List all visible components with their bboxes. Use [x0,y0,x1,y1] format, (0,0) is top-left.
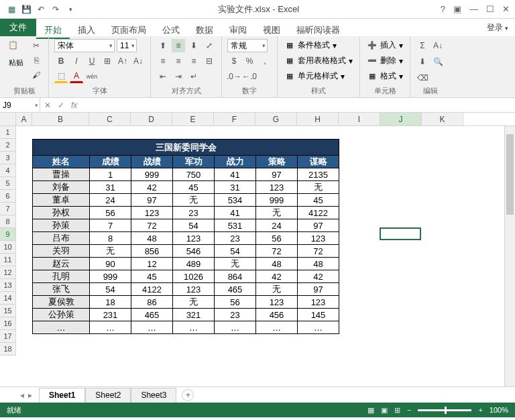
align-center-icon[interactable]: ≡ [172,54,185,68]
row-header-1[interactable]: 1 [0,126,16,139]
table-cell[interactable]: … [90,321,131,334]
copy-icon[interactable]: ⎘ [30,54,43,67]
table-cell[interactable]: 123 [131,207,173,219]
menu-tab-视图[interactable]: 视图 [255,22,288,38]
table-cell[interactable]: 董卓 [33,194,90,207]
help-icon[interactable]: ? [441,4,445,14]
zoom-in-icon[interactable]: + [478,406,482,414]
sort-filter-icon[interactable]: A↓ [431,39,445,52]
row-header-2[interactable]: 2 [0,139,16,152]
table-cell[interactable]: 97 [298,219,339,232]
table-cell[interactable]: 72 [131,219,173,232]
bold-button[interactable]: B [54,54,68,68]
table-cell[interactable]: 4122 [131,283,173,296]
sheet-tab-Sheet1[interactable]: Sheet1 [39,388,85,403]
table-cell[interactable]: 31 [90,181,131,194]
table-cell[interactable]: 48 [298,258,339,270]
table-cell[interactable]: 72 [256,245,298,258]
col-header-A[interactable]: A [16,113,32,125]
merge-icon[interactable]: ⊟ [203,54,216,68]
row-header-8[interactable]: 8 [0,215,16,228]
row-header-10[interactable]: 10 [0,241,16,254]
align-right-icon[interactable]: ≡ [187,54,201,68]
decrease-font-icon[interactable]: A↓ [131,54,145,68]
ribbon-options-icon[interactable]: ▣ [453,4,461,14]
row-header-11[interactable]: 11 [0,254,16,266]
italic-button[interactable]: I [70,54,83,68]
cell-style-button[interactable]: ▦单元格样式 ▾ [283,70,346,83]
table-cell[interactable]: 无 [173,296,215,309]
qat-dropdown-icon[interactable]: ▾ [64,3,76,15]
formula-input[interactable] [84,100,511,110]
save-icon[interactable]: 💾 [20,3,32,15]
table-cell[interactable]: 关羽 [33,245,90,258]
format-painter-icon[interactable]: 🖌 [30,68,43,82]
table-cell[interactable]: 465 [131,309,173,321]
zoom-level[interactable]: 100% [490,406,508,414]
menu-tab-页面布局[interactable]: 页面布局 [103,22,154,38]
phonetic-button[interactable]: wén [85,70,99,83]
menu-tab-插入[interactable]: 插入 [70,22,103,38]
accept-formula-icon[interactable]: ✓ [58,101,64,110]
sheet-nav-prev-icon[interactable]: ◂ [20,390,24,400]
table-cell[interactable]: 54 [90,283,131,296]
table-cell[interactable]: 孙策 [33,219,90,232]
fill-color-button[interactable]: ⬚ [54,70,68,83]
col-header-B[interactable]: B [32,113,89,125]
row-header-3[interactable]: 3 [0,152,16,164]
font-color-button[interactable]: A [70,70,83,83]
table-cell[interactable]: 54 [215,245,256,258]
col-header-F[interactable]: F [214,113,255,125]
col-header-E[interactable]: E [172,113,214,125]
table-cell[interactable]: 孙权 [33,207,90,219]
table-cell[interactable]: 123 [256,296,298,309]
currency-icon[interactable]: $ [227,54,241,68]
table-cell[interactable]: 无 [173,194,215,207]
table-cell[interactable]: 456 [256,309,298,321]
align-bottom-icon[interactable]: ⬇ [187,39,201,52]
table-cell[interactable]: 2135 [298,168,339,181]
row-header-16[interactable]: 16 [0,317,16,330]
vertical-scrollbar[interactable] [504,126,515,386]
table-cell[interactable]: 123 [173,232,215,245]
number-format-select[interactable]: 常规 [227,39,268,52]
table-cell[interactable]: 42 [131,181,173,194]
menu-tab-数据[interactable]: 数据 [188,22,221,38]
align-left-icon[interactable]: ≡ [156,54,170,68]
row-header-15[interactable]: 15 [0,305,16,317]
increase-indent-icon[interactable]: ⇥ [172,70,185,83]
find-icon[interactable]: 🔍 [431,55,445,68]
table-cell[interactable]: 41 [215,168,256,181]
col-header-H[interactable]: H [297,113,339,125]
row-header-12[interactable]: 12 [0,266,16,279]
menu-tab-福昕阅读器[interactable]: 福昕阅读器 [288,22,348,38]
increase-font-icon[interactable]: A↑ [116,54,129,68]
table-cell[interactable]: 7 [90,219,131,232]
zoom-out-icon[interactable]: − [407,406,411,414]
align-top-icon[interactable]: ⬆ [156,39,170,52]
table-cell[interactable]: … [256,321,298,334]
table-cell[interactable]: 123 [173,283,215,296]
table-cell[interactable]: 145 [298,309,339,321]
table-cell[interactable]: 45 [298,194,339,207]
table-cell[interactable]: 54 [173,219,215,232]
maximize-icon[interactable]: ☐ [486,4,494,14]
table-cell[interactable]: … [173,321,215,334]
align-middle-icon[interactable]: ≡ [172,39,185,52]
col-header-C[interactable]: C [89,113,131,125]
table-cell[interactable]: 531 [215,219,256,232]
table-cell[interactable]: 42 [298,270,339,283]
table-cell[interactable]: 123 [298,232,339,245]
table-cell[interactable]: 31 [215,181,256,194]
login-link[interactable]: 登录 ▾ [480,19,515,36]
table-cell[interactable]: 856 [131,245,173,258]
table-cell[interactable]: 赵云 [33,258,90,270]
decrease-indent-icon[interactable]: ⇤ [156,70,170,83]
table-cell[interactable]: 23 [215,232,256,245]
menu-tab-审阅[interactable]: 审阅 [221,22,255,38]
percent-icon[interactable]: % [243,54,256,68]
name-box[interactable]: J9 [0,98,40,112]
font-name-select[interactable]: 宋体 [54,39,115,52]
row-header-14[interactable]: 14 [0,292,16,305]
table-cell[interactable]: 8 [90,232,131,245]
